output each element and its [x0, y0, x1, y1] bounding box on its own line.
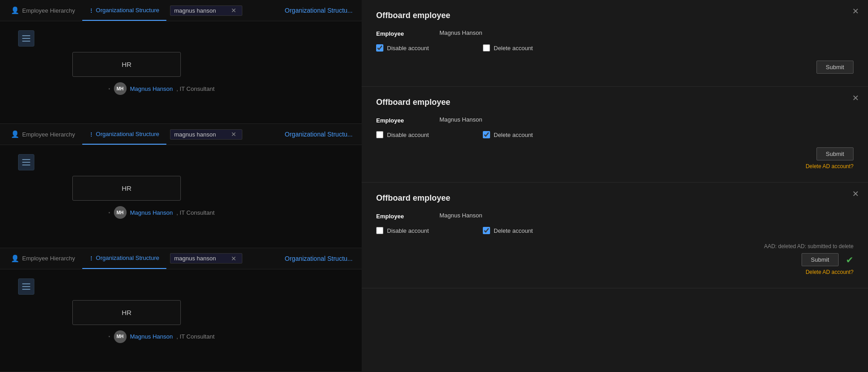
person-icon-2: 👤 — [11, 130, 19, 138]
employee-row-3: • MH Magnus Hanson , IT Consultant — [108, 330, 215, 343]
disable-account-checkbox-1[interactable] — [376, 44, 383, 52]
offboard-title-2: Offboard employee — [376, 98, 854, 107]
hamburger-line — [22, 41, 30, 42]
avatar-1: MH — [114, 82, 127, 95]
checkbox-row-3: Disable account Delete account — [376, 227, 854, 234]
disable-account-checkbox-2[interactable] — [376, 131, 383, 138]
left-panel: 👤 Employee Hierarchy ⫶ Organizational St… — [0, 0, 362, 372]
search-input-2[interactable] — [174, 131, 228, 138]
employee-label-1: Employee — [376, 29, 439, 37]
tab-employee-hierarchy-3[interactable]: 👤 Employee Hierarchy — [4, 248, 82, 269]
top-bar-1: 👤 Employee Hierarchy ⫶ Organizational St… — [0, 0, 362, 21]
delete-account-group-1: Delete account — [483, 44, 582, 52]
section-block-3: 👤 Employee Hierarchy ⫶ Organizational St… — [0, 248, 362, 372]
close-button-1[interactable]: ✕ — [852, 7, 859, 15]
delete-account-checkbox-3[interactable] — [483, 227, 490, 234]
disable-account-group-1: Disable account — [376, 44, 476, 52]
avatar-3: MH — [114, 330, 127, 343]
hamburger-btn-1[interactable] — [18, 30, 34, 47]
disable-account-checkbox-3[interactable] — [376, 227, 383, 234]
delete-account-checkbox-2[interactable] — [483, 131, 490, 138]
search-box-2[interactable]: ✕ — [170, 129, 242, 140]
employee-name-link-2[interactable]: Magnus Hanson — [130, 209, 173, 216]
disable-account-group-2: Disable account — [376, 131, 476, 138]
search-input-1[interactable] — [174, 7, 228, 14]
submit-row-2: Submit — [376, 147, 854, 160]
section-block-1: 👤 Employee Hierarchy ⫶ Organizational St… — [0, 0, 362, 124]
disable-account-label-2[interactable]: Disable account — [387, 132, 429, 138]
content-area-3: HR • MH Magnus Hanson , IT Consultant — [0, 269, 362, 372]
checkbox-row-1: Disable account Delete account — [376, 44, 854, 52]
tab-org-structure-1[interactable]: ⫶ Organizational Structure — [82, 0, 166, 21]
delete-ad-link-2[interactable]: Delete AD account? — [376, 163, 854, 170]
tab-os-label-3: Organizational Structure — [96, 254, 159, 261]
offboard-title-1: Offboard employee — [376, 11, 854, 20]
employee-name-link-1[interactable]: Magnus Hanson — [130, 85, 173, 92]
org-icon-1: ⫶ — [90, 6, 93, 14]
submit-button-2[interactable]: Submit — [816, 147, 854, 160]
employee-value-2: Magnus Hanson — [439, 116, 482, 123]
delete-account-label-3[interactable]: Delete account — [494, 227, 533, 234]
search-input-3[interactable] — [174, 255, 228, 262]
hamburger-line — [22, 286, 30, 287]
search-box-1[interactable]: ✕ — [170, 5, 242, 16]
status-text-3: AAD: deleted AD: submitted to delete — [376, 243, 854, 250]
hamburger-line — [22, 159, 30, 160]
tab-os-label-1: Organizational Structure — [96, 7, 159, 14]
tab-employee-hierarchy-2[interactable]: 👤 Employee Hierarchy — [4, 124, 82, 145]
bullet-2: • — [108, 210, 110, 215]
hamburger-btn-2[interactable] — [18, 154, 34, 170]
submit-button-1[interactable]: Submit — [816, 61, 854, 74]
right-panel: Offboard employee ✕ Employee Magnus Hans… — [362, 0, 868, 372]
disable-account-label-3[interactable]: Disable account — [387, 227, 429, 234]
hr-box-1: HR — [72, 52, 181, 77]
delete-account-label-2[interactable]: Delete account — [494, 132, 533, 138]
disable-account-label-1[interactable]: Disable account — [387, 45, 429, 52]
hamburger-btn-3[interactable] — [18, 278, 34, 295]
org-icon-3: ⫶ — [90, 254, 93, 262]
close-button-2[interactable]: ✕ — [852, 94, 859, 102]
section-block-2: 👤 Employee Hierarchy ⫶ Organizational St… — [0, 124, 362, 248]
employee-row-1: • MH Magnus Hanson , IT Consultant — [108, 82, 215, 95]
delete-account-checkbox-1[interactable] — [483, 44, 490, 52]
tab-employee-hierarchy-1[interactable]: 👤 Employee Hierarchy — [4, 0, 82, 21]
success-check-icon-3: ✔ — [846, 254, 854, 265]
search-clear-2[interactable]: ✕ — [231, 131, 236, 137]
delete-ad-link-3[interactable]: Delete AD account? — [376, 269, 854, 275]
search-clear-1[interactable]: ✕ — [231, 7, 236, 14]
employee-label-3: Employee — [376, 212, 439, 220]
org-label-3: Organizational Structu... — [285, 255, 358, 262]
person-icon-1: 👤 — [11, 6, 19, 14]
hamburger-line — [22, 283, 30, 284]
offboard-title-3: Offboard employee — [376, 193, 854, 203]
close-button-3[interactable]: ✕ — [852, 190, 859, 198]
top-bar-2: 👤 Employee Hierarchy ⫶ Organizational St… — [0, 124, 362, 145]
tab-org-structure-3[interactable]: ⫶ Organizational Structure — [82, 248, 166, 269]
delete-account-group-3: Delete account — [483, 227, 582, 234]
hamburger-line — [22, 35, 30, 36]
hr-box-2: HR — [72, 176, 181, 201]
employee-title-1: , IT Consultant — [176, 85, 214, 92]
top-bar-3: 👤 Employee Hierarchy ⫶ Organizational St… — [0, 248, 362, 269]
tab-org-structure-2[interactable]: ⫶ Organizational Structure — [82, 124, 166, 145]
search-clear-3[interactable]: ✕ — [231, 255, 236, 262]
employee-title-3: , IT Consultant — [176, 333, 214, 340]
disable-account-group-3: Disable account — [376, 227, 476, 234]
submit-button-3[interactable]: Submit — [802, 253, 839, 266]
submit-row-1: Submit — [376, 61, 854, 74]
person-icon-3: 👤 — [11, 254, 19, 263]
hamburger-line — [22, 38, 30, 39]
tab-eh-label-2: Employee Hierarchy — [22, 131, 75, 138]
bullet-3: • — [108, 334, 110, 339]
employee-name-link-3[interactable]: Magnus Hanson — [130, 333, 173, 340]
search-box-3[interactable]: ✕ — [170, 253, 242, 264]
checkbox-row-2: Disable account Delete account — [376, 131, 854, 138]
org-label-2: Organizational Structu... — [285, 131, 358, 138]
tab-eh-label-1: Employee Hierarchy — [22, 7, 75, 14]
offboard-section-2: Offboard employee ✕ Employee Magnus Hans… — [362, 87, 868, 183]
delete-account-label-1[interactable]: Delete account — [494, 45, 533, 52]
bullet-1: • — [108, 86, 110, 91]
tab-os-label-2: Organizational Structure — [96, 131, 159, 137]
employee-field-row-3: Employee Magnus Hanson — [376, 212, 854, 220]
offboard-section-3: Offboard employee ✕ Employee Magnus Hans… — [362, 183, 868, 288]
